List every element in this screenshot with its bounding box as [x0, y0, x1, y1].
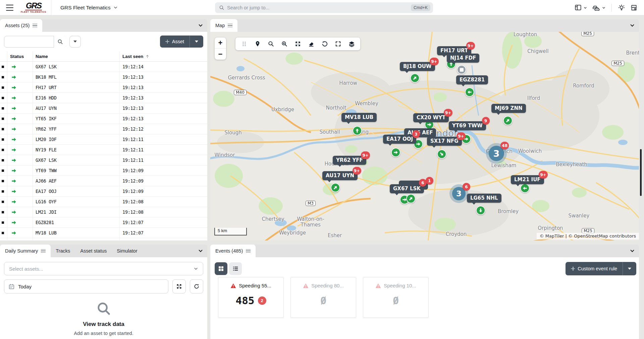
table-row[interactable]: BK18 MFL19:12:13 [0, 72, 207, 82]
map-vehicle-chip[interactable]: YR62 YFF9+ [333, 156, 366, 165]
add-asset-dropdown-button[interactable] [190, 36, 203, 48]
tab-assets[interactable]: Assets (25) [0, 19, 42, 32]
map-stopped-vehicle-marker[interactable] [457, 65, 466, 74]
refresh-button[interactable] [190, 279, 203, 293]
whats-new-button[interactable] [617, 2, 626, 13]
layout-switcher-button[interactable] [574, 2, 588, 13]
map-vehicle-marker[interactable] [410, 73, 420, 83]
map-vehicle-chip[interactable]: GX67 LSK16 [390, 184, 424, 193]
tab-daily-summary[interactable]: Daily Summary [0, 245, 51, 257]
table-row[interactable]: YT65 IKF19:12:13 [0, 114, 207, 124]
events-grid-view-button[interactable] [215, 262, 227, 275]
menu-icon[interactable] [6, 5, 13, 11]
locate-button[interactable] [251, 38, 264, 50]
table-row[interactable]: YT69 TWW19:12:09 [0, 165, 207, 176]
events-collapse-chevron-icon[interactable] [630, 249, 635, 253]
custom-event-rule-dropdown-button[interactable] [623, 262, 636, 275]
map-vehicle-marker[interactable] [476, 206, 485, 215]
row-marker-square [2, 190, 4, 193]
tab-tracks[interactable]: Tracks [51, 245, 75, 257]
map-search-button[interactable] [264, 38, 278, 50]
tab-simulator[interactable]: Simulator [112, 245, 142, 257]
event-rule-card[interactable]: Speeding 80...0 [290, 277, 356, 318]
table-row[interactable]: MV18 LUB19:12:07 [0, 228, 207, 238]
table-row[interactable]: GX67 LSK19:12:14 [0, 62, 207, 72]
map-vehicle-marker[interactable] [503, 116, 513, 125]
zoom-to-area-button[interactable] [278, 38, 291, 50]
map-vehicle-chip[interactable]: CX20 WYT9+ [413, 113, 449, 122]
event-rule-card[interactable]: Speeding 10...0 [363, 277, 429, 318]
table-row[interactable]: LG16 OYF19:12:08 [0, 197, 207, 207]
map-cluster-marker[interactable]: 348 [489, 146, 504, 161]
table-row[interactable]: AU17 UYN19:12:13 [0, 103, 207, 114]
toolbar-drag-handle[interactable] [237, 38, 251, 50]
workspace-switcher[interactable]: GRS Fleet Telematics [60, 0, 118, 15]
tab-events[interactable]: Events (485) [210, 245, 256, 257]
map-vehicle-chip[interactable]: EA17 OOJ3 [383, 135, 416, 144]
map-collapse-chevron-icon[interactable] [630, 23, 635, 28]
map-vehicle-chip[interactable]: MV18 LUB [341, 113, 377, 122]
asset-filter-search-button[interactable] [54, 36, 66, 48]
events-list-view-button[interactable] [229, 262, 242, 275]
fit-bounds-button[interactable] [291, 38, 305, 50]
event-rule-card[interactable]: Speeding 55...4852 [218, 277, 284, 318]
map-vehicle-marker[interactable] [465, 87, 474, 97]
tab-menu-icon[interactable] [246, 249, 251, 253]
table-row[interactable]: EGZ828119:12:07 [0, 217, 207, 228]
tab-menu-icon[interactable] [33, 24, 37, 27]
expand-panel-button[interactable] [172, 279, 186, 293]
map-vehicle-chip[interactable]: EGZ8281 [456, 75, 488, 84]
zoom-out-button[interactable]: − [215, 49, 226, 60]
reset-rotation-button[interactable] [318, 38, 331, 50]
tab-menu-icon[interactable] [41, 249, 46, 253]
map-vehicle-chip[interactable]: SX17 NFG9+ [427, 137, 462, 146]
fullscreen-button[interactable] [331, 38, 345, 50]
traffic-vehicles-button[interactable] [591, 2, 606, 13]
zoom-in-button[interactable]: + [215, 38, 226, 49]
clear-map-button[interactable] [305, 38, 318, 50]
map-cluster-marker[interactable]: 36 [452, 187, 466, 200]
col-status[interactable]: Status [7, 51, 33, 61]
map-vehicle-chip[interactable]: AU17 UYN9+ [322, 171, 358, 180]
tab-asset-status[interactable]: Asset status [75, 245, 112, 257]
layers-button[interactable] [345, 38, 358, 50]
map-vehicle-chip[interactable]: LM21 IUF9+ [511, 175, 544, 184]
table-row[interactable]: FH17 URT19:12:13 [0, 82, 207, 93]
map-canvas[interactable]: LoughtonChigwellBrentwoodRomfordIlfordGe… [210, 32, 639, 241]
col-last-seen[interactable]: Last seen [120, 51, 207, 61]
table-row[interactable]: AJ66 AEF19:12:09 [0, 176, 207, 186]
map-vehicle-marker[interactable] [331, 183, 340, 192]
table-row[interactable]: GX67 LSK19:12:11 [0, 155, 207, 165]
table-row[interactable]: EJ16 HDD19:12:13 [0, 93, 207, 103]
map-vehicle-marker[interactable] [391, 148, 400, 157]
grs-logo[interactable]: GRS FLEET TELEMATICS [21, 2, 46, 13]
search-input[interactable]: Search or jump to... Cmd+K [215, 2, 433, 13]
map-vehicle-chip[interactable]: YT69 TWW9 [449, 121, 486, 130]
map-vehicle-chip[interactable]: NJ14 FDF [447, 54, 479, 63]
map-vehicle-marker[interactable] [520, 184, 530, 193]
add-asset-button[interactable]: Asset [160, 36, 190, 48]
marketplace-button[interactable] [629, 2, 639, 13]
tab-map[interactable]: Map [210, 19, 237, 32]
assets-collapse-chevron-icon[interactable] [198, 23, 203, 28]
table-row[interactable]: LM21 JDI19:12:08 [0, 207, 207, 217]
map-vehicle-marker[interactable] [406, 194, 416, 203]
tab-menu-icon[interactable] [228, 24, 232, 27]
date-range-picker[interactable]: Today [4, 279, 168, 293]
col-name[interactable]: Name [33, 51, 120, 61]
map-vehicle-marker[interactable] [437, 149, 446, 159]
map-vehicle-chip[interactable]: BJ18 OUW9+ [400, 62, 435, 71]
table-row[interactable]: NY19 FLE19:12:11 [0, 145, 207, 155]
page-scrollbar[interactable] [640, 149, 642, 196]
summary-collapse-chevron-icon[interactable] [198, 249, 203, 253]
map-vehicle-chip[interactable]: MJ69 ZNN [491, 104, 526, 113]
table-row[interactable]: EA17 OOJ19:12:09 [0, 186, 207, 197]
map-vehicle-marker[interactable] [353, 126, 362, 135]
table-row[interactable]: YR62 YFF19:12:12 [0, 124, 207, 134]
table-row[interactable] [0, 238, 207, 241]
asset-filter-options-button[interactable] [69, 36, 81, 48]
map-vehicle-chip[interactable]: LG65 NHL [467, 194, 501, 203]
custom-event-rule-button[interactable]: Custom event rule [566, 262, 623, 275]
table-row[interactable]: LM20 IOF19:12:11 [0, 134, 207, 145]
select-assets-dropdown[interactable]: Select assets... [4, 262, 203, 275]
